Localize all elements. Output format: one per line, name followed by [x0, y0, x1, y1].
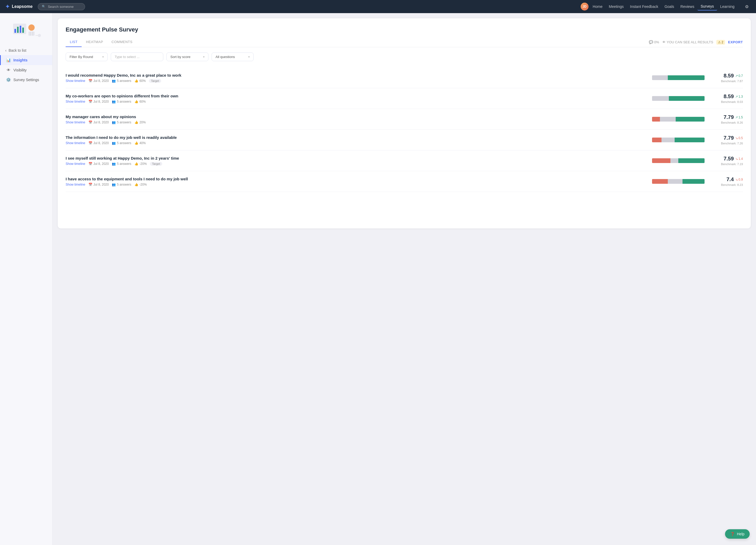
response-rate-item: 💬 0% [649, 40, 659, 44]
bar-gray [670, 158, 678, 163]
approval-chip: 👍 20% [134, 120, 146, 124]
approval-pct: -20% [139, 183, 147, 186]
sidebar-item-label: Survey Settings [13, 78, 39, 82]
warning-count: 2 [722, 40, 723, 44]
benchmark: Benchmark: 7.26 [709, 142, 743, 145]
all-questions-label: All questions [216, 55, 235, 59]
question-text: The information I need to do my job well… [66, 135, 648, 140]
nav-item-surveys[interactable]: Surveys [697, 3, 717, 11]
svg-point-5 [28, 24, 35, 31]
question-meta: Show timeline 📅 Jul 8, 2020 👥 5 answers … [66, 100, 648, 103]
score-trend: ↗ 0.7 [735, 74, 743, 78]
export-button[interactable]: EXPORT [728, 40, 743, 44]
bar-red [652, 179, 668, 184]
sidebar-icon: 📊 [6, 58, 11, 62]
nav-item-learning[interactable]: Learning [717, 3, 738, 10]
show-timeline[interactable]: Show timeline [66, 120, 85, 124]
nav-item-instant-feedback[interactable]: Instant Feedback [627, 3, 661, 10]
back-label: Back to list [9, 48, 27, 53]
nav-item-meetings[interactable]: Meetings [606, 3, 627, 10]
score-value: 8.59 [723, 93, 734, 99]
progress-bar [652, 96, 705, 101]
sort-by[interactable]: Sort by score ▾ [166, 53, 208, 61]
date-chip: 📅 Jul 8, 2020 [88, 162, 109, 166]
logo-icon: ✦ [5, 3, 10, 10]
question-text: I would recommend Happy Demo, Inc as a g… [66, 73, 648, 77]
show-timeline[interactable]: Show timeline [66, 183, 85, 186]
calendar-icon: 📅 [88, 79, 92, 83]
bar-green [678, 158, 705, 163]
bar-track [652, 138, 705, 142]
nav-item-reviews[interactable]: Reviews [677, 3, 697, 10]
tab-comments[interactable]: COMMENTS [107, 37, 137, 47]
svg-point-9 [38, 34, 41, 37]
type-to-select[interactable]: Type to select ... [111, 53, 163, 61]
date: Jul 8, 2020 [93, 120, 109, 124]
show-timeline[interactable]: Show timeline [66, 79, 85, 83]
help-button[interactable]: ❓ Help [725, 529, 750, 539]
bar-track [652, 96, 705, 101]
sidebar-item-visibility[interactable]: 👁 Visibility [0, 65, 52, 75]
answers-count: 5 answers [117, 120, 131, 124]
answers-count: 5 answers [117, 183, 131, 186]
trend-icon: ↗ [735, 116, 738, 119]
bar-gray [661, 138, 675, 142]
sidebar-item-survey-settings[interactable]: ⚙️ Survey Settings [0, 75, 52, 85]
tab-list[interactable]: LIST [66, 37, 82, 47]
warning-icon: ⚠ [718, 40, 721, 44]
approval-chip: 👍 -20% [134, 183, 147, 186]
show-timeline[interactable]: Show timeline [66, 100, 85, 103]
question-meta: Show timeline 📅 Jul 8, 2020 👥 5 answers … [66, 79, 648, 83]
search-bar[interactable]: 🔍 Search someone [38, 3, 85, 10]
question-row: I see myself still working at Happy Demo… [66, 150, 743, 171]
calendar-icon: 📅 [88, 120, 92, 124]
bar-green [669, 96, 705, 101]
question-text: My co-workers are open to opinions diffe… [66, 94, 648, 98]
question-row: I would recommend Happy Demo, Inc as a g… [66, 67, 743, 88]
sidebar-item-insights[interactable]: 📊 Insights [0, 55, 52, 65]
bar-track [652, 117, 705, 122]
calendar-icon: 📅 [88, 162, 92, 166]
thumbs-icon: 👍 [134, 141, 138, 145]
answers-count: 5 answers [117, 79, 131, 83]
approval-pct: -20% [139, 162, 147, 166]
questions-list: I would recommend Happy Demo, Inc as a g… [66, 67, 743, 192]
avatar[interactable]: JD [581, 3, 589, 11]
all-questions-chevron: ▾ [248, 55, 250, 58]
question-row: I have access to the equipment and tools… [66, 171, 743, 192]
bar-green [675, 138, 705, 142]
calendar-icon: 📅 [88, 100, 92, 103]
bar-gray [660, 117, 676, 122]
date-chip: 📅 Jul 8, 2020 [88, 100, 109, 103]
date-chip: 📅 Jul 8, 2020 [88, 183, 109, 186]
type-to-select-placeholder: Type to select ... [115, 55, 140, 59]
show-timeline[interactable]: Show timeline [66, 141, 85, 145]
benchmark: Benchmark: 7.87 [709, 80, 743, 83]
nav-item-home[interactable]: Home [590, 3, 606, 10]
all-questions[interactable]: All questions ▾ [212, 53, 254, 61]
filter-round-chevron: ▾ [102, 55, 104, 58]
score-value: 8.59 [723, 73, 734, 79]
back-to-list[interactable]: ‹ Back to list [0, 46, 52, 55]
answers-chip: 👥 5 answers [112, 183, 131, 186]
settings-icon[interactable]: ⚙ [743, 3, 751, 10]
bar-green [668, 75, 705, 80]
answers-chip: 👥 5 answers [112, 141, 131, 145]
users-icon: 👥 [112, 162, 116, 166]
trend-value: 0.7 [738, 74, 743, 78]
approval-chip: 👍 -20% [134, 162, 147, 166]
tab-heatmap[interactable]: HEATMAP [82, 37, 107, 47]
trend-value: 1.3 [738, 95, 743, 98]
question-text: I have access to the equipment and tools… [66, 177, 648, 181]
answers-chip: 👥 5 answers [112, 162, 131, 166]
score-area: 7.79 ↘ 0.5 Benchmark: 7.26 [709, 135, 743, 145]
survey-card: Engagement Pulse Survey LISTHEATMAPCOMME… [58, 18, 751, 228]
filter-by-round[interactable]: Filter By Round ▾ [66, 53, 108, 61]
nav-item-goals[interactable]: Goals [661, 3, 677, 10]
score-trend: ↘ 0.9 [735, 178, 743, 181]
thumbs-icon: 👍 [134, 183, 138, 186]
progress-bar [652, 117, 705, 122]
survey-title: Engagement Pulse Survey [66, 26, 743, 33]
approval-chip: 👍 60% [134, 79, 146, 83]
show-timeline[interactable]: Show timeline [66, 162, 85, 166]
